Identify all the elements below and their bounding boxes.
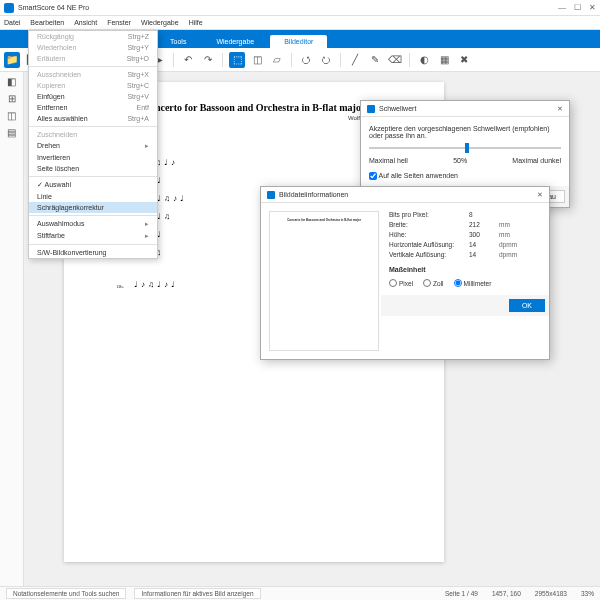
statusbar: Notationselemente und Tools suchen Infor… xyxy=(0,586,600,600)
pen-tool[interactable]: ✎ xyxy=(367,52,383,68)
menu-item: WiederholenStrg+Y xyxy=(29,42,157,53)
menubar: Datei Bearbeiten Ansicht Fenster Wiederg… xyxy=(0,16,600,30)
app-title: SmartScore 64 NE Pro xyxy=(18,4,558,11)
menu-item[interactable]: Invertieren xyxy=(29,152,157,163)
menu-playback[interactable]: Wiedergabe xyxy=(141,19,179,26)
menu-item: ErläuternStrg+O xyxy=(29,53,157,64)
close-button[interactable]: ✕ xyxy=(589,3,596,12)
menu-item[interactable]: Drehen▸ xyxy=(29,140,157,152)
menu-item: AusschneidenStrg+X xyxy=(29,69,157,80)
threshold-max-label: Maximal dunkel xyxy=(512,157,561,164)
threshold-instruction: Akzeptiere den vorgeschlagenen Schwellwe… xyxy=(369,125,561,139)
threshold-value: 50% xyxy=(453,157,467,164)
open-button[interactable]: 📁 xyxy=(4,52,20,68)
dialog-logo-icon xyxy=(367,105,375,113)
threshold-dialog-title: Schwellwert xyxy=(379,105,416,112)
menu-item: RückgängigStrg+Z xyxy=(29,31,157,42)
menu-window[interactable]: Fenster xyxy=(107,19,131,26)
redo-button[interactable]: ↷ xyxy=(200,52,216,68)
unit-radio[interactable]: Zoll xyxy=(423,279,443,287)
image-info-ok-button[interactable]: OK xyxy=(509,299,545,312)
titlebar: SmartScore 64 NE Pro — ☐ ✕ xyxy=(0,0,600,16)
vtool-1[interactable]: ◧ xyxy=(7,76,16,87)
menu-item[interactable]: Alles auswählenStrg+A xyxy=(29,113,157,124)
deskew-tool[interactable]: ▱ xyxy=(269,52,285,68)
menu-edit[interactable]: Bearbeiten xyxy=(30,19,64,26)
status-zoom: 33% xyxy=(581,590,594,597)
menu-item[interactable]: Seite löschen xyxy=(29,163,157,174)
eraser-tool[interactable]: ⌫ xyxy=(387,52,403,68)
menu-item[interactable]: EinfügenStrg+V xyxy=(29,91,157,102)
info-box[interactable]: Informationen für aktives Bild anzeigen xyxy=(134,588,260,599)
delete-button[interactable]: ✖ xyxy=(456,52,472,68)
menu-view[interactable]: Ansicht xyxy=(74,19,97,26)
vtool-2[interactable]: ⊞ xyxy=(8,93,16,104)
threshold-button[interactable]: ▦ xyxy=(436,52,452,68)
tab-tools[interactable]: Tools xyxy=(156,35,200,48)
unit-radio[interactable]: Pixel xyxy=(389,279,413,287)
status-coords: 1457, 160 xyxy=(492,590,521,597)
menu-item[interactable]: Auswahlmodus▸ xyxy=(29,218,157,230)
menu-item[interactable]: S/W-Bildkonvertierung xyxy=(29,247,157,258)
menu-item: Zuschneiden xyxy=(29,129,157,140)
menu-item[interactable]: EntfernenEntf xyxy=(29,102,157,113)
menu-help[interactable]: Hilfe xyxy=(189,19,203,26)
image-thumbnail: Concerto for Bassoon and Orchestra in B-… xyxy=(269,211,379,351)
app-window: SmartScore 64 NE Pro — ☐ ✕ Datei Bearbei… xyxy=(0,0,600,600)
rotate-left-button[interactable]: ⭯ xyxy=(298,52,314,68)
app-logo-icon xyxy=(4,3,14,13)
line-tool[interactable]: ╱ xyxy=(347,52,363,68)
invert-button[interactable]: ◐ xyxy=(416,52,432,68)
vtool-3[interactable]: ◫ xyxy=(7,110,16,121)
image-info-dialog: Bilddateiinformationen ✕ Concerto for Ba… xyxy=(260,186,550,360)
menu-item[interactable]: Schräglagenkorrektur xyxy=(29,202,157,213)
vtool-4[interactable]: ▤ xyxy=(7,127,16,138)
edit-dropdown: RückgängigStrg+ZWiederholenStrg+YErläute… xyxy=(28,30,158,259)
menu-item: KopierenStrg+C xyxy=(29,80,157,91)
vertical-toolbar: ◧ ⊞ ◫ ▤ xyxy=(0,72,24,586)
image-properties: Bits pro Pixel:8Breite:212mmHöhe:300mmHo… xyxy=(389,211,541,351)
dialog-logo-icon xyxy=(267,191,275,199)
threshold-min-label: Maximal hell xyxy=(369,157,408,164)
threshold-close-button[interactable]: ✕ xyxy=(557,105,563,113)
minimize-button[interactable]: — xyxy=(558,3,566,12)
image-info-close-button[interactable]: ✕ xyxy=(537,191,543,199)
rotate-right-button[interactable]: ⭮ xyxy=(318,52,334,68)
select-tool[interactable]: ⬚ xyxy=(229,52,245,68)
maximize-button[interactable]: ☐ xyxy=(574,3,581,12)
crop-tool[interactable]: ◫ xyxy=(249,52,265,68)
undo-button[interactable]: ↶ xyxy=(180,52,196,68)
image-info-title: Bilddateiinformationen xyxy=(279,191,348,198)
tab-image-editor[interactable]: Bildeditor xyxy=(270,35,327,48)
menu-file[interactable]: Datei xyxy=(4,19,20,26)
apply-all-checkbox[interactable]: Auf alle Seiten anwenden xyxy=(369,172,458,179)
menu-item[interactable]: Linie xyxy=(29,191,157,202)
unit-heading: Maßeinheit xyxy=(389,266,541,273)
tab-playback[interactable]: Wiedergabe xyxy=(202,35,268,48)
menu-item[interactable]: Stiftfarbe▸ xyxy=(29,230,157,242)
threshold-slider[interactable] xyxy=(369,147,561,149)
search-box[interactable]: Notationselemente und Tools suchen xyxy=(6,588,126,599)
unit-radio[interactable]: Millimeter xyxy=(454,279,492,287)
status-page: Seite 1 / 49 xyxy=(445,590,478,597)
status-dims: 2955x4183 xyxy=(535,590,567,597)
menu-item[interactable]: ✓ Auswahl xyxy=(29,179,157,191)
